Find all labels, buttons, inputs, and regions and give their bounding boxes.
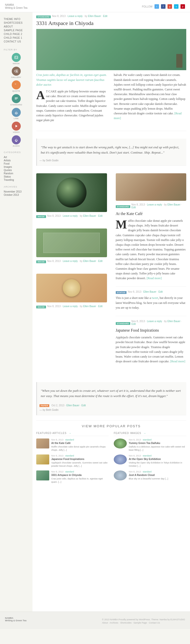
vimeo-link[interactable]: v xyxy=(174,4,178,9)
filter-image-icon[interactable] xyxy=(12,53,21,62)
cat-random[interactable]: Random xyxy=(4,172,29,175)
post-tweet: STATUS Nov 8, 2013 · Ellen Bauer · Edit … xyxy=(116,290,186,316)
footer-link-archives[interactable]: Archives xyxy=(110,622,118,624)
left-col-posts: IMAGE Nov 8, 2013 · Leave a reply · by E… xyxy=(36,173,107,376)
svg-marker-9 xyxy=(16,125,18,127)
sidebar-item-child1[interactable]: Child Page 1 xyxy=(4,36,29,40)
logo-text: NAMBA xyxy=(5,4,28,6)
post-quote-1: "The way to get unstuck is to start down… xyxy=(36,138,186,166)
kate-cafe-badge: STANDARD xyxy=(116,205,130,208)
image-excerpt-3: Blue sky on a beautiful summer day [...] xyxy=(129,477,186,480)
footer-logo: NAMBA Writing & Green Tea xyxy=(5,617,27,622)
quote2-badge: PAPER xyxy=(40,404,49,407)
post-meta-food: Nov 8, 2013 · Leave a reply · by Ellen B… xyxy=(47,305,102,308)
filter-quote-label: QUOTE xyxy=(13,90,20,92)
featured-images-link[interactable]: → xyxy=(143,432,146,434)
googleplus-link[interactable]: g xyxy=(167,4,172,9)
post-gallery: IMAGE Nov 8, 2013 · Leave a reply · by E… xyxy=(36,228,107,266)
article-title-2: Japanese Food Inspirations xyxy=(51,458,109,461)
image-excerpt-1: Daifuku is a delicious Japanese rice cak… xyxy=(129,445,186,452)
view-more-title: VIEW MORE POPULAR POSTS xyxy=(36,424,186,428)
filter-quote-icon[interactable]: " xyxy=(12,80,21,90)
cat-images[interactable]: Images xyxy=(4,165,29,168)
cat-artists[interactable]: Artists xyxy=(4,159,29,162)
filter-gallery[interactable]: GALLERY xyxy=(11,67,21,78)
filter-link-label: LINK xyxy=(14,117,19,120)
sphere-image xyxy=(36,173,107,212)
filter-link-icon[interactable] xyxy=(12,108,21,117)
image-content-3: Nov 8, 2013 · standard Just A Random Clo… xyxy=(129,470,186,480)
filter-quote[interactable]: " QUOTE xyxy=(12,80,21,92)
author-link[interactable]: Ellen Bauer xyxy=(88,15,101,18)
sidebar-item-theme-info[interactable]: THEME INFO xyxy=(4,17,29,21)
archive-nov2013[interactable]: November 2013 xyxy=(4,190,29,193)
filter-standard-icon[interactable] xyxy=(12,94,21,103)
image-content-2: Nov 8, 2013 · standard At the Open Sky E… xyxy=(129,454,186,468)
article-content-1: Nov 8, 2013 · standard At the Kate Café … xyxy=(51,438,109,452)
cat-status[interactable]: Status xyxy=(4,175,29,178)
post-kate-cafe: STANDARD Nov 8, 2013 · Leave a reply · b… xyxy=(116,173,186,287)
post-intro: Cras justo odio, dapibus ac facilisis in… xyxy=(36,73,109,87)
sidebar: THEME INFO SHORTCODES ABOUT SAMPLE PAGE … xyxy=(0,12,33,612)
sidebar-item-about[interactable]: ABOUT xyxy=(4,25,29,28)
cat-art[interactable]: Art xyxy=(4,156,29,159)
twitter-link[interactable]: t xyxy=(154,4,159,9)
post-hero-image xyxy=(36,29,186,70)
image-excerpt-2: Visiting the Open Sky Exhibition in Toky… xyxy=(129,461,186,468)
image-thumb-2 xyxy=(114,454,127,464)
quote2-footer: PAPER Oct 2, 2013 · Ellen Bauer · Edit xyxy=(40,403,184,407)
sidebar-item-shortcodes[interactable]: SHORTCODES xyxy=(4,21,29,25)
filter-video[interactable]: VIDEO xyxy=(12,122,21,133)
filter-audio[interactable]: AUDIO xyxy=(12,135,21,147)
follow-label: FOLLOW xyxy=(142,5,152,8)
footer-link-contact[interactable]: Contact Us xyxy=(149,622,160,624)
footer-link-about[interactable]: About xyxy=(102,622,108,624)
post-excerpt-left: AT CAKE apple pie lollipop brownie sesam… xyxy=(36,89,109,122)
post-japanese-food: STANDARD Nov 8, 2013 · Leave a reply · b… xyxy=(116,320,186,368)
leave-reply-link[interactable]: Leave a reply xyxy=(68,15,83,18)
post-col-right: halvah. Pie wafer candy canes biscuit da… xyxy=(114,73,186,124)
sidebar-item-sample-page[interactable]: SAMPLE PAGE xyxy=(4,28,29,32)
svg-point-10 xyxy=(16,139,17,141)
food-title: Japanese Food Inspirations xyxy=(116,328,186,332)
quote2-text: "When you set down the path to create ar… xyxy=(40,386,184,401)
quote2-meta: Oct 2, 2013 · Ellen Bauer · Edit xyxy=(52,404,86,407)
filter-gallery-label: GALLERY xyxy=(11,76,21,78)
filter-link[interactable]: LINK xyxy=(12,108,21,120)
food-readmore[interactable]: [Read more] xyxy=(170,360,185,363)
pinterest-link[interactable]: p xyxy=(180,4,185,9)
kate-cafe-readmore[interactable]: [Read more] xyxy=(146,276,161,280)
svg-rect-0 xyxy=(15,56,18,59)
post-badge-food: IMAGE xyxy=(36,306,46,308)
filter-standard-label: STANDARD xyxy=(10,104,22,106)
footer-link-sample[interactable]: Sample Page xyxy=(133,622,147,624)
post-food-image: IMAGE Nov 8, 2013 · Leave a reply · by E… xyxy=(36,274,107,312)
cat-food[interactable]: Food xyxy=(4,162,29,165)
two-col-section: IMAGE Nov 8, 2013 · Leave a reply · by E… xyxy=(36,173,186,376)
featured-articles-link[interactable]: → xyxy=(69,432,72,434)
facebook-link[interactable]: f xyxy=(161,4,165,9)
cat-quotes[interactable]: Quotes xyxy=(4,168,29,172)
kate-cafe-title: At the Kate Café xyxy=(116,211,186,216)
article-thumb-2 xyxy=(36,454,49,464)
archives-list: November 2013 October 2013 xyxy=(4,190,29,196)
filter-audio-icon[interactable] xyxy=(12,135,21,144)
filter-standard[interactable]: STANDARD xyxy=(10,94,22,106)
cat-traveling[interactable]: Traveling xyxy=(4,178,29,182)
kate-cafe-excerpt: Muffin chocolate cake donut apple pie ca… xyxy=(116,218,186,281)
site-footer: NAMBA Writing & Green Tea © 2013 NAMBA P… xyxy=(0,612,190,629)
sidebar-item-child2[interactable]: Child Page 2 xyxy=(4,32,29,36)
tweet-meta: Nov 8, 2013 · Ellen Bauer · Edit xyxy=(128,290,163,293)
filter-video-icon[interactable] xyxy=(12,122,21,130)
article-content-2: Nov 8, 2013 · standard Japanese Food Ins… xyxy=(51,454,109,468)
edit-link[interactable]: Edit xyxy=(103,15,107,18)
filter-image[interactable]: IMAGE xyxy=(12,53,21,65)
food-badge: STANDARD xyxy=(116,322,130,325)
featured-images-title: FEATURED IMAGES → xyxy=(114,432,186,436)
sidebar-item-contact[interactable]: CONTACT US xyxy=(4,40,29,44)
footer-copy: © 2013 NAMBA Proudly powered by WordPres… xyxy=(102,618,185,621)
filter-gallery-icon[interactable] xyxy=(12,67,21,76)
post-col-left: Cras justo odio, dapibus ac facilisis in… xyxy=(36,73,109,124)
archive-oct2013[interactable]: October 2013 xyxy=(4,193,29,196)
footer-link-shortcodes[interactable]: Shortcodes xyxy=(120,622,132,624)
